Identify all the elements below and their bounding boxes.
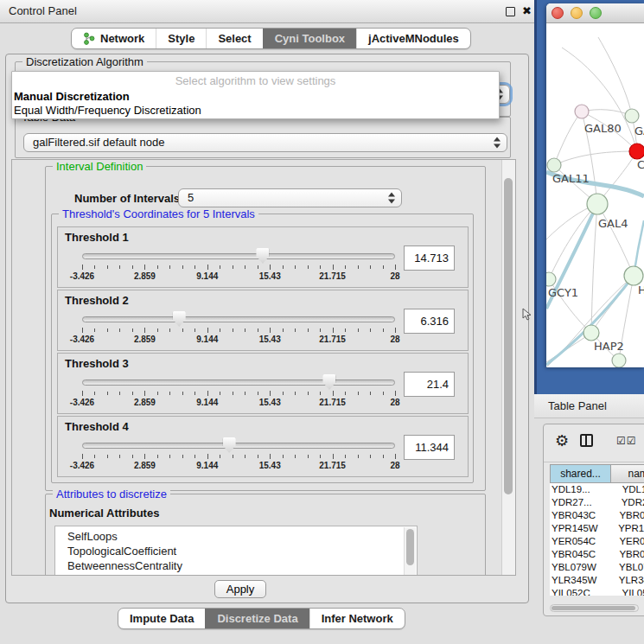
cell-shared-name[interactable]: YBR045C <box>550 548 611 561</box>
cell-name[interactable]: YIL052C <box>611 587 644 596</box>
attribute-item[interactable]: BetweennessCentrality <box>55 558 417 573</box>
threshold-value-field[interactable]: 6.316 <box>404 309 455 334</box>
threshold-slider-thumb[interactable] <box>173 311 186 327</box>
threshold-slider-track[interactable] <box>82 379 395 386</box>
tab-network[interactable]: Network <box>72 29 156 48</box>
tab-select[interactable]: Select <box>206 29 262 48</box>
threshold-slider-thumb[interactable] <box>223 437 236 453</box>
cell-shared-name[interactable]: YER054C <box>550 535 611 548</box>
network-window-titlebar <box>546 3 644 23</box>
minimize-traffic-light-icon[interactable] <box>571 7 583 19</box>
table-row[interactable]: YBR043CYBR043C <box>550 509 644 522</box>
control-panel-title: Control Panel <box>9 0 77 22</box>
tick-label: 15.43 <box>244 398 296 407</box>
attributes-list-scrollbar[interactable] <box>404 527 416 576</box>
network-canvas[interactable]: GAL80GACGAL11GAL4HGCY1HAP2 <box>546 23 644 367</box>
network-node[interactable] <box>625 109 639 123</box>
close-traffic-light-icon[interactable] <box>552 7 564 19</box>
cell-name[interactable]: YBR043C <box>611 509 644 522</box>
threshold-slider-track[interactable] <box>82 443 395 449</box>
cell-name[interactable]: YER054C <box>611 535 644 548</box>
cell-shared-name[interactable]: YBR043C <box>550 509 611 522</box>
network-node[interactable] <box>583 325 599 341</box>
numerical-attributes-list[interactable]: SelfLoopsTopologicalCoefficientBetweenne… <box>54 526 418 576</box>
cell-name[interactable]: YPR145W <box>611 522 644 535</box>
cell-shared-name[interactable]: YIL052C <box>550 587 611 596</box>
tick-label: -3.426 <box>56 335 108 344</box>
cell-shared-name[interactable]: YBL079W <box>550 561 611 574</box>
combo-arrows-icon <box>494 137 501 149</box>
threshold-value-field[interactable]: 14.713 <box>404 245 455 271</box>
threshold-value-field[interactable]: 11.344 <box>404 435 455 460</box>
attributes-group-title: Attributes to discretize <box>53 488 170 501</box>
cell-name[interactable]: YBL079W <box>611 561 644 574</box>
cell-shared-name[interactable]: YLR345W <box>550 574 611 587</box>
table-row[interactable]: YDL19...YDL19... <box>550 483 644 496</box>
network-node[interactable] <box>547 158 561 172</box>
tab-discretize-data[interactable]: Discretize Data <box>205 609 309 628</box>
tab-impute-data[interactable]: Impute Data <box>118 609 205 628</box>
cell-name[interactable]: YDL19... <box>611 483 644 496</box>
algorithm-option-manual[interactable]: Manual Discretization <box>14 90 130 103</box>
close-icon[interactable]: ✖ <box>522 3 532 19</box>
network-node[interactable] <box>575 105 589 118</box>
network-view-border <box>534 0 537 394</box>
table-row[interactable]: YER054CYER054C <box>550 535 644 548</box>
threshold-panel: Threshold 3 -3.4262.8599.14415.4321.7152… <box>57 353 469 414</box>
table-row[interactable]: YBL079WYBL079W <box>550 561 644 574</box>
column-header-shared-name[interactable]: shared... <box>550 464 611 483</box>
tick-label: -3.426 <box>56 461 108 470</box>
tab-label: Style <box>168 32 194 45</box>
tab-style[interactable]: Style <box>156 29 206 48</box>
cell-name[interactable]: YDR27... <box>611 496 644 509</box>
table-body[interactable]: YDL19...YDL19...YDR27...YDR27...YBR043CY… <box>550 483 644 596</box>
number-of-intervals-combobox[interactable]: 5 <box>178 188 402 207</box>
network-node[interactable] <box>624 266 643 285</box>
threshold-value-field[interactable]: 21.4 <box>404 372 455 397</box>
network-node[interactable] <box>546 272 556 286</box>
table-row[interactable]: YIL052CYIL052C <box>550 587 644 596</box>
tick-label: 15.43 <box>244 461 296 470</box>
network-node[interactable] <box>629 143 644 159</box>
tick-label: 2.859 <box>118 461 170 470</box>
network-node-label: GA <box>634 124 644 137</box>
threshold-label: Threshold 1 <box>65 231 129 244</box>
tab-infer-network[interactable]: Infer Network <box>309 609 405 628</box>
select-columns-checkboxes-icon[interactable]: ☑☑ <box>616 435 637 447</box>
column-header-name[interactable]: name <box>611 464 644 483</box>
algorithm-option-equal-width[interactable]: Equal Width/Frequency Discretization <box>14 104 201 117</box>
tick-label: 15.43 <box>244 335 296 344</box>
float-window-icon[interactable] <box>506 7 515 16</box>
network-node[interactable] <box>587 194 608 214</box>
zoom-traffic-light-icon[interactable] <box>590 7 602 19</box>
table-row[interactable]: YLR345WYLR345W <box>550 574 644 587</box>
tab-cyni-toolbox[interactable]: Cyni Toolbox <box>263 29 356 48</box>
cell-shared-name[interactable]: YDR27... <box>550 496 611 509</box>
cell-name[interactable]: YLR345W <box>611 574 644 587</box>
tick-label: 9.144 <box>182 398 233 407</box>
table-row[interactable]: YPR145WYPR145W <box>550 522 644 535</box>
tab-label: Impute Data <box>130 612 194 625</box>
settings-vertical-scrollbar[interactable] <box>501 160 515 575</box>
tab-jactivemnodules[interactable]: jActiveMNodules <box>356 29 470 48</box>
apply-button[interactable]: Apply <box>214 580 266 598</box>
table-row[interactable]: YDR27...YDR27... <box>550 496 644 509</box>
threshold-slider-track[interactable] <box>82 316 395 322</box>
gear-icon[interactable]: ⚙ <box>555 432 569 450</box>
cell-name[interactable]: YBR045C <box>611 548 644 561</box>
interval-definition-group-title: Interval Definition <box>53 160 146 173</box>
threshold-slider-track[interactable] <box>82 253 395 259</box>
attribute-item[interactable]: SelfLoops <box>55 529 417 544</box>
table-horizontal-scrollbar[interactable] <box>550 604 639 612</box>
table-data-combobox[interactable]: galFiltered.sif default node <box>23 133 507 152</box>
network-node[interactable] <box>612 354 626 367</box>
threshold-slider-thumb[interactable] <box>322 374 335 390</box>
cell-shared-name[interactable]: YPR145W <box>550 522 611 535</box>
table-data-group: Table Data galFiltered.sif default node <box>15 117 511 158</box>
table-row[interactable]: YBR045CYBR045C <box>550 548 644 561</box>
cell-shared-name[interactable]: YDL19... <box>550 483 611 496</box>
columns-icon[interactable] <box>580 434 593 447</box>
tick-label: 2.859 <box>118 335 170 344</box>
threshold-slider-thumb[interactable] <box>256 248 269 264</box>
attribute-item[interactable]: TopologicalCoefficient <box>55 544 417 558</box>
